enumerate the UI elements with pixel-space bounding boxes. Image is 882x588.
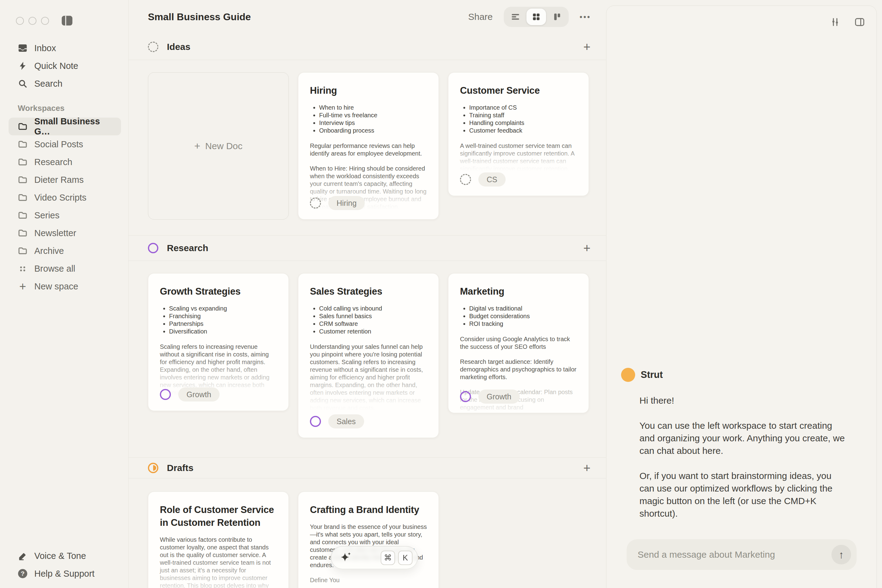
card-bullets: When to hire Full-time vs freelance Inte… (310, 104, 427, 134)
view-switcher (504, 7, 569, 27)
send-arrow-icon: ↑ (839, 549, 844, 561)
card-title: Customer Service (460, 84, 577, 97)
k-keycap: K (398, 550, 412, 565)
new-doc-card[interactable]: + New Doc (148, 72, 289, 220)
doc-card-hiring[interactable]: Hiring When to hire Full-time vs freelan… (298, 72, 439, 220)
doc-card-role-of-customer-service[interactable]: Role of Customer Service in Customer Ret… (148, 492, 289, 588)
section-title: Ideas (167, 42, 190, 52)
workspace-item-series[interactable]: Series (0, 206, 128, 224)
workspaces-list: Small Business G… Social Posts Research … (0, 118, 128, 295)
workspace-item-label: Video Scripts (34, 193, 86, 203)
window-minimize-button[interactable] (28, 17, 36, 25)
workspace-item-small-business-guide[interactable]: Small Business G… (9, 118, 121, 135)
doc-card-crafting-brand-identity[interactable]: Crafting a Brand Identity Your brand is … (298, 492, 439, 588)
add-doc-button[interactable]: + (584, 462, 591, 474)
sidebar-nav: Inbox Quick Note Search (0, 39, 128, 93)
folder-icon (18, 193, 28, 202)
grid-view-button[interactable] (526, 9, 546, 25)
add-doc-button[interactable]: + (584, 242, 591, 254)
magic-command-button[interactable]: ⌘ K (331, 546, 418, 569)
workspace-item-label: Dieter Rams (34, 175, 84, 185)
sidebar-item-label: Help & Support (34, 569, 94, 579)
folder-icon (18, 122, 28, 131)
list-view-button[interactable] (506, 9, 525, 25)
sidebar-item-quick-note[interactable]: Quick Note (0, 57, 128, 75)
window-close-button[interactable] (16, 17, 24, 25)
folder-icon (18, 210, 28, 220)
sidebar-item-voice-tone[interactable]: Voice & Tone (0, 547, 128, 565)
purple-circle-icon (148, 243, 158, 253)
section-header-drafts: Drafts + (129, 458, 606, 478)
window-zoom-button[interactable] (41, 17, 49, 25)
workspace-item-social-posts[interactable]: Social Posts (0, 135, 128, 153)
chat-message: Hi there! You can use the left workspace… (639, 394, 846, 520)
sidebar-item-label: Quick Note (34, 61, 78, 71)
sidebar-item-label: Voice & Tone (34, 551, 86, 561)
card-footer: Hiring (310, 196, 365, 210)
plus-icon: + (194, 140, 200, 152)
drafts-cards-row: Role of Customer Service in Customer Ret… (129, 478, 606, 588)
workspace-item-dieter-rams[interactable]: Dieter Rams (0, 171, 128, 189)
sidebar-footer: Voice & Tone ? Help & Support (0, 547, 128, 582)
workspace-item-archive[interactable]: Archive (0, 242, 128, 260)
tag-badge: Growth (178, 387, 220, 402)
dashed-circle-icon (148, 42, 158, 52)
card-paragraph-faded: A well-trained customer service team can… (460, 142, 577, 173)
sidebar-item-help-support[interactable]: ? Help & Support (0, 565, 128, 582)
card-title: Growth Strategies (160, 285, 277, 298)
shortcut-keys: ⌘ K (381, 550, 412, 565)
workspace-item-label: Social Posts (34, 140, 83, 150)
folder-icon (18, 175, 28, 184)
board-view-button[interactable] (547, 9, 567, 25)
doc-card-sales-strategies[interactable]: Sales Strategies Cold calling vs inbound… (298, 273, 439, 438)
new-doc-label: New Doc (205, 141, 243, 151)
page-title: Small Business Guide (148, 11, 251, 22)
sidebar-item-inbox[interactable]: Inbox (0, 39, 128, 57)
doc-card-growth-strategies[interactable]: Growth Strategies Scaling vs expanding F… (148, 273, 289, 411)
chat-paragraph: You can use the left workspace to start … (639, 419, 846, 457)
doc-card-marketing[interactable]: Marketing Digital vs traditional Budget … (448, 273, 589, 413)
sidebar-item-new-space[interactable]: + New space (0, 278, 128, 295)
card-footer: Growth (160, 387, 220, 402)
more-menu-button[interactable]: ••• (580, 12, 591, 21)
folder-icon (18, 246, 28, 256)
workspace-item-label: Series (34, 210, 59, 220)
app-window: Inbox Quick Note Search Workspaces Small… (0, 0, 882, 588)
folder-icon (18, 140, 28, 149)
chat-message-input[interactable] (638, 549, 831, 560)
assistant-name: Strut (640, 369, 663, 380)
card-title: Marketing (460, 285, 577, 298)
add-doc-button[interactable]: + (584, 41, 591, 53)
share-button[interactable]: Share (468, 12, 493, 22)
workspace-item-video-scripts[interactable]: Video Scripts (0, 189, 128, 206)
panel-toggle-icon[interactable] (854, 17, 865, 27)
send-button[interactable]: ↑ (831, 545, 851, 564)
tag-badge: Sales (328, 414, 364, 429)
workspaces-heading: Workspaces (18, 104, 64, 113)
sidebar-item-label: Inbox (34, 43, 56, 53)
card-title: Crafting a Brand Identity (310, 504, 427, 516)
workspace-item-research[interactable]: Research (0, 153, 128, 171)
drafts-status-icon (148, 463, 158, 473)
section-header-research: Research + (129, 236, 606, 261)
workspace-item-newsletter[interactable]: Newsletter (0, 224, 128, 242)
dashed-circle-icon (310, 198, 321, 208)
workspace-item-label: Newsletter (34, 228, 76, 238)
workspace-header: Small Business Guide Share ••• (129, 0, 606, 34)
card-paragraph: Research target audience: Identify demog… (460, 358, 577, 381)
chat-paragraph: Hi there! (639, 394, 846, 407)
ideas-cards-row: + New Doc Hiring When to hire Full-time … (129, 60, 606, 236)
sidebar-toggle-icon[interactable] (61, 15, 73, 26)
sidebar-item-label: New space (34, 282, 78, 291)
card-bullets: Importance of CS Training staff Handling… (460, 104, 577, 134)
card-footer: Sales (310, 414, 364, 429)
sidebar-item-search[interactable]: Search (0, 75, 128, 93)
card-paragraph-faded: Understanding your sales funnel can help… (310, 343, 427, 412)
sliders-icon[interactable] (830, 17, 840, 27)
doc-card-customer-service[interactable]: Customer Service Importance of CS Traini… (448, 72, 589, 196)
sidebar-item-label: Browse all (34, 264, 75, 274)
research-cards-row: Growth Strategies Scaling vs expanding F… (129, 261, 606, 458)
lightning-icon (18, 61, 28, 71)
card-paragraph: Regular performance reviews can help ide… (310, 142, 427, 158)
sidebar-item-browse-all[interactable]: Browse all (0, 260, 128, 278)
